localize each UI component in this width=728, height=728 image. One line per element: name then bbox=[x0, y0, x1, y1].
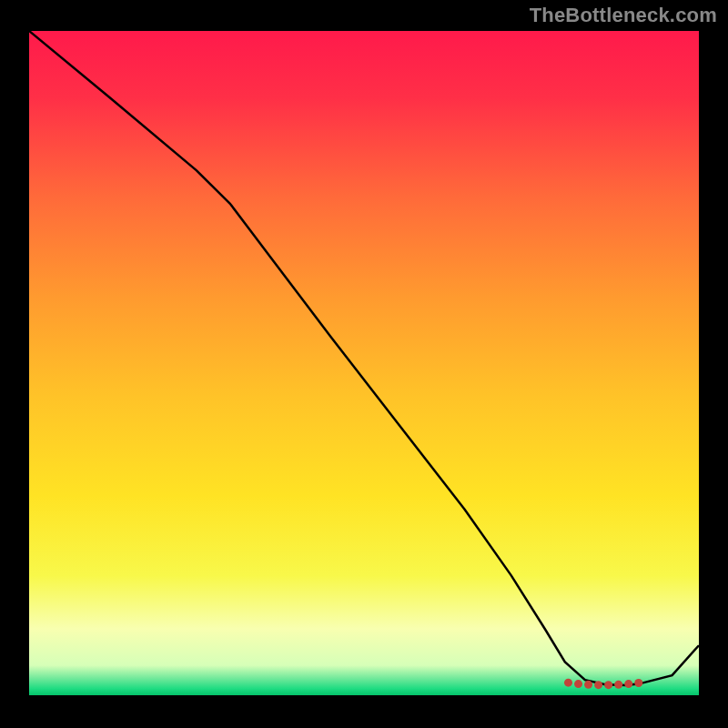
watermark-text: TheBottleneck.com bbox=[530, 4, 717, 27]
marker-dot bbox=[594, 681, 602, 689]
marker-dot bbox=[584, 681, 592, 689]
chart-svg bbox=[29, 31, 699, 695]
marker-dot bbox=[564, 679, 572, 687]
marker-dot bbox=[624, 680, 632, 688]
marker-dot bbox=[634, 679, 642, 687]
marker-dot bbox=[574, 680, 582, 688]
marker-dot bbox=[604, 681, 612, 689]
chart-plot-area bbox=[29, 31, 699, 695]
marker-dot bbox=[614, 681, 622, 689]
chart-frame: TheBottleneck.com bbox=[0, 0, 728, 728]
chart-background bbox=[29, 31, 699, 695]
